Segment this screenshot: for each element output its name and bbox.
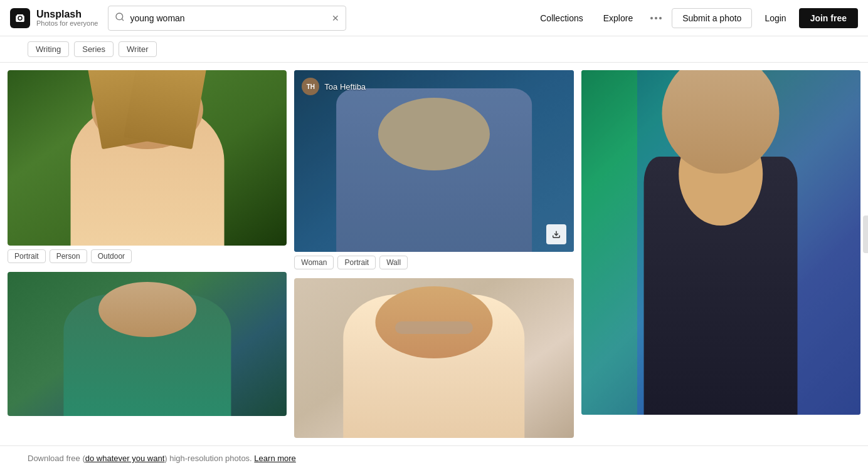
nav-explore[interactable]: Explore — [596, 9, 640, 27]
tags-row: Writing Series Writer — [0, 36, 868, 63]
photo-1-tags: Portrait Person Outdoor — [8, 246, 287, 264]
bottom-middle: ) high-resolution photos. — [164, 454, 251, 463]
nav-area: Collections Explore Submit a photo Login… — [532, 8, 858, 28]
search-icon — [115, 12, 125, 24]
header: Unsplash Photos for everyone ✕ Collectio… — [0, 0, 868, 36]
dot-3 — [659, 17, 662, 19]
photo-5-wrapper[interactable] — [294, 278, 573, 438]
photo-2-author: TH Toa Heftiba — [302, 78, 566, 95]
photo-card[interactable]: Portrait Person Outdoor — [8, 70, 287, 264]
clear-search-icon[interactable]: ✕ — [332, 13, 339, 23]
submit-photo-button[interactable]: Submit a photo — [672, 8, 752, 28]
dot-1 — [650, 17, 653, 19]
logo-text: Unsplash Photos for everyone — [36, 9, 98, 28]
logo-name: Unsplash — [36, 9, 98, 20]
tag-person[interactable]: Person — [50, 249, 87, 263]
download-button-2[interactable] — [546, 224, 566, 244]
svg-point-0 — [116, 13, 123, 20]
tag-wall[interactable]: Wall — [379, 256, 408, 269]
photo-3-wrapper[interactable] — [581, 70, 860, 415]
tag-writing[interactable]: Writing — [28, 41, 69, 57]
scrollbar[interactable] — [863, 216, 868, 253]
photo-column-3 — [581, 70, 860, 438]
main-content: Portrait Person Outdoor — [0, 63, 868, 438]
bottom-bar: Download free (do whatever you want) hig… — [0, 445, 868, 468]
login-link[interactable]: Login — [757, 9, 793, 27]
tag-writer[interactable]: Writer — [119, 41, 156, 57]
learn-more-link[interactable]: Learn more — [254, 454, 295, 463]
photo-2-tags: Woman Portrait Wall — [294, 252, 573, 271]
photo-4-card[interactable] — [8, 272, 287, 416]
dot-2 — [655, 17, 657, 19]
tag-series[interactable]: Series — [74, 41, 114, 57]
logo-icon — [10, 8, 30, 28]
tag-outdoor[interactable]: Outdoor — [91, 249, 132, 263]
photo-3-card[interactable] — [581, 70, 860, 415]
bottom-prefix: Download free ( — [28, 454, 85, 463]
camera-icon — [14, 13, 26, 24]
tag-portrait-2[interactable]: Portrait — [337, 256, 376, 269]
tag-portrait[interactable]: Portrait — [8, 249, 46, 263]
photo-5-card[interactable] — [294, 278, 573, 438]
nav-collections[interactable]: Collections — [532, 9, 590, 27]
more-menu-button[interactable] — [645, 13, 667, 23]
license-link[interactable]: do whatever you want — [85, 454, 164, 463]
logo[interactable]: Unsplash Photos for everyone — [10, 8, 98, 28]
tag-woman[interactable]: Woman — [294, 256, 334, 269]
photo-1-card[interactable] — [8, 70, 287, 246]
photo-2-overlay[interactable]: TH Toa Heftiba — [294, 70, 573, 252]
search-bar: ✕ — [108, 6, 346, 31]
photo-column-1: Portrait Person Outdoor — [8, 70, 287, 438]
search-input[interactable] — [130, 13, 332, 23]
logo-subtitle: Photos for everyone — [36, 19, 98, 27]
photo-2-wrapper[interactable]: TH Toa Heftiba Woman — [294, 70, 573, 271]
author-name-toa[interactable]: Toa Heftiba — [324, 82, 366, 91]
author-avatar-toa: TH — [302, 78, 319, 95]
join-button[interactable]: Join free — [799, 8, 858, 28]
photo-column-2: TH Toa Heftiba Woman — [294, 70, 573, 438]
photo-4-wrapper[interactable] — [8, 272, 287, 416]
photo-2-card[interactable]: TH Toa Heftiba — [294, 70, 573, 252]
svg-line-1 — [122, 19, 124, 21]
photo-grid: Portrait Person Outdoor — [0, 63, 868, 438]
